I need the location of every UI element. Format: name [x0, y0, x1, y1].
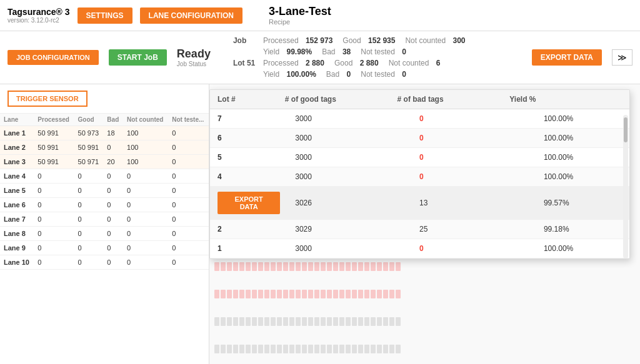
col-lane: Lane — [0, 114, 34, 126]
lot-yield: Yield 100.00% — [263, 70, 316, 79]
lane-panel: TRIGGER SENSOR Lane Processed Good Bad N… — [0, 84, 209, 364]
mini-bar — [364, 317, 369, 326]
mini-bars — [214, 262, 401, 271]
mini-bar — [327, 262, 332, 271]
mini-bar — [371, 290, 376, 298]
app-title: Tagsurance® 3 — [8, 7, 70, 17]
yield-percent: 100.00% — [536, 148, 629, 167]
mini-bar — [221, 262, 226, 271]
mini-bar — [346, 262, 351, 271]
mini-bar — [377, 345, 382, 353]
col-bad: Bad — [103, 114, 123, 126]
mini-bar — [389, 317, 394, 326]
mini-bar — [283, 345, 288, 353]
col-good: Good — [74, 114, 104, 126]
mini-bar — [352, 317, 357, 326]
mini-bar — [246, 290, 251, 298]
good-tags: 3000 — [288, 129, 412, 148]
bad-tags: 25 — [412, 220, 536, 239]
mini-bar — [352, 290, 357, 298]
recipe-name: 3-Lane-Test — [269, 5, 632, 18]
job-config-button[interactable]: JOB CONFIGURATION — [8, 50, 99, 65]
mini-bar — [258, 290, 263, 298]
mini-bar — [214, 290, 219, 298]
mini-bar — [377, 317, 382, 326]
toolbar: JOB CONFIGURATION START JoB Ready Job St… — [0, 31, 640, 84]
mini-bar — [314, 317, 319, 326]
mini-bar — [327, 317, 332, 326]
export-data-button[interactable]: EXPORT DATA — [532, 49, 602, 66]
trigger-sensor-button[interactable]: TRIGGER SENSOR — [8, 91, 88, 107]
mini-bar — [383, 290, 388, 298]
lot-bad: Bad 0 — [326, 70, 351, 79]
yield-percent: 99.18% — [536, 220, 629, 239]
lot-popup: Lot # # of good tags # of bad tags Yield… — [209, 89, 630, 259]
mini-bar — [302, 262, 307, 271]
mini-bar — [396, 262, 401, 271]
mini-bar — [346, 290, 351, 298]
mini-bar — [258, 345, 263, 353]
mini-bars — [214, 290, 401, 298]
popup-table-row: 430000100.00% — [210, 167, 629, 187]
bar-row — [214, 337, 635, 362]
popup-export-button[interactable]: EXPORT DATA — [218, 192, 280, 214]
good-tags: 3029 — [288, 220, 412, 239]
lot-stats-row2: Yield 100.00% Bad 0 Not tested 0 — [233, 70, 522, 79]
mini-bar — [227, 345, 232, 353]
mini-bar — [389, 290, 394, 298]
mini-bar — [364, 262, 369, 271]
mini-bar — [314, 290, 319, 298]
table-row: Lane 700000 — [0, 212, 209, 227]
yield-percent: 100.00% — [536, 167, 629, 187]
mini-bar — [239, 345, 244, 353]
lot-processed: Processed 2 880 — [263, 59, 324, 67]
yield-percent: 100.00% — [536, 129, 629, 148]
right-panel: Lot # # of good tags # of bad tags Yield… — [209, 84, 640, 364]
col-not-counted: Not counted — [123, 114, 168, 126]
bad-tags: 13 — [412, 187, 536, 220]
mini-bar — [277, 262, 282, 271]
mini-bar — [258, 317, 263, 326]
lot-label: Lot 51 — [233, 59, 258, 67]
mini-bar — [333, 262, 338, 271]
mini-bar — [396, 345, 401, 353]
popup-table-row: 630000100.00% — [210, 129, 629, 148]
yield-percent: 99.57% — [536, 187, 629, 220]
start-job-button[interactable]: START JoB — [109, 49, 167, 66]
export-data-wrap: EXPORT DATA — [532, 49, 602, 66]
popup-table-row: EXPORT DATA30261399.57% — [210, 187, 629, 220]
mini-bar — [327, 290, 332, 298]
mini-bar — [264, 345, 269, 353]
mini-bar — [352, 345, 357, 353]
lane-config-button[interactable]: LANE CONFIGURATION — [140, 7, 242, 24]
lane-table-header: Lane Processed Good Bad Not counted Not … — [0, 114, 209, 126]
mini-bar — [296, 345, 301, 353]
mini-bar — [271, 290, 276, 298]
yield-percent: 100.00% — [536, 109, 629, 129]
mini-bar — [333, 317, 338, 326]
lot-number: 1 — [210, 239, 288, 258]
mini-bar — [239, 262, 244, 271]
yield-percent: 100.00% — [536, 239, 629, 258]
chevron-down-button[interactable]: ≫ — [612, 49, 632, 66]
mini-bar — [227, 317, 232, 326]
mini-bar — [383, 317, 388, 326]
mini-bar — [264, 290, 269, 298]
mini-bar — [246, 345, 251, 353]
table-row: Lane 400000 — [0, 169, 209, 184]
good-tags: 3000 — [288, 148, 412, 167]
mini-bar — [239, 317, 244, 326]
lot-stats-section2: Yield 100.00% Bad 0 Not tested 0 — [263, 70, 406, 79]
lot-stats-row: Lot 51 Processed 2 880 Good 2 880 Not co… — [233, 59, 522, 67]
popup-scrollbar[interactable] — [623, 115, 628, 258]
mini-bar — [264, 317, 269, 326]
mini-bar — [396, 317, 401, 326]
mini-bar — [283, 262, 288, 271]
recipe-info: 3-Lane-Test Recipe — [269, 5, 632, 26]
mini-bar — [214, 345, 219, 353]
mini-bar — [352, 262, 357, 271]
lane-table: Lane Processed Good Bad Not counted Not … — [0, 114, 209, 270]
table-row: Lane 800000 — [0, 227, 209, 241]
settings-button[interactable]: SETTINGS — [78, 7, 132, 24]
lot-not-tested: Not tested 0 — [361, 70, 406, 79]
